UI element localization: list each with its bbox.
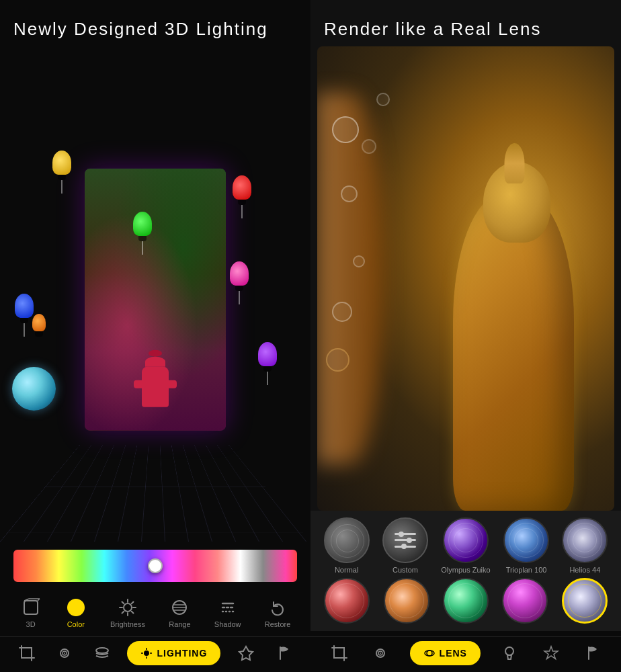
photo-card: [85, 168, 226, 430]
lens-circle-r2-1: [324, 578, 370, 624]
toolbar-restore[interactable]: Restore: [259, 594, 296, 631]
color-icon: [65, 597, 87, 618]
svg-point-35: [505, 647, 513, 655]
bulb-pink: [230, 261, 249, 304]
bokeh-4: [332, 302, 352, 322]
bokeh-7: [376, 93, 390, 106]
bokeh-6: [326, 348, 349, 372]
flag-button-right[interactable]: [580, 641, 604, 665]
bulb-base-green: [138, 236, 147, 241]
3d-sphere: [12, 367, 56, 411]
lens-label: LENS: [440, 648, 467, 659]
bulb-button-right[interactable]: [497, 641, 522, 665]
right-panel: Render like a Real Lens: [310, 0, 621, 672]
toolbar-color-label: Color: [67, 620, 85, 628]
lens-custom-label: Custom: [392, 566, 418, 574]
toolbar-right: LENS: [310, 631, 621, 672]
svg-point-33: [425, 650, 434, 656]
bulb-base-pink: [235, 286, 243, 291]
r2-4-ring: [507, 583, 542, 618]
pin-button-left[interactable]: [234, 641, 258, 665]
spectrum-bar[interactable]: [13, 550, 297, 582]
toolbar-color[interactable]: Color: [60, 594, 92, 631]
crop-button-left[interactable]: [15, 641, 39, 665]
lens-r2-2[interactable]: [384, 578, 429, 624]
camera-button-left[interactable]: [52, 641, 77, 665]
3d-scene: [0, 46, 310, 542]
left-panel: Newly Designed 3D Lighting: [0, 0, 310, 672]
hydrant-body: [142, 366, 169, 407]
lens-circle-r2-4: [502, 578, 548, 624]
toolbar-brightness-label: Brightness: [110, 620, 145, 628]
svg-point-25: [144, 650, 149, 656]
spectrum-handle[interactable]: [148, 558, 163, 573]
bulb-head-yellow: [52, 151, 71, 175]
svg-point-5: [124, 603, 132, 612]
lens-circle-olympus: [443, 517, 489, 563]
layers-button-left[interactable]: [90, 641, 114, 665]
bulb-blue: [15, 294, 34, 337]
eq-line-1: [395, 533, 416, 535]
bulb-string-red: [241, 205, 243, 218]
lighting-pill-button[interactable]: LIGHTING: [127, 641, 220, 665]
flag-button-left[interactable]: [272, 641, 296, 665]
toolbar-range-label: Range: [169, 620, 190, 628]
bulb-head-blue: [15, 294, 34, 318]
bulb-head-pink: [230, 261, 249, 286]
hydrant-top: [145, 356, 165, 366]
lens-row-1: Normal: [317, 517, 614, 574]
lens-r2-5[interactable]: [562, 578, 608, 624]
bokeh-overlay: [317, 46, 614, 511]
svg-line-11: [132, 612, 134, 614]
lens-normal[interactable]: Normal: [324, 517, 370, 574]
lens-r2-3[interactable]: [443, 578, 489, 624]
lens-helios44[interactable]: Helios 44: [562, 517, 608, 574]
lens-pill-button[interactable]: LENS: [410, 641, 481, 665]
bulb-purple: [258, 342, 277, 385]
toolbar-shadow[interactable]: Shadow: [209, 594, 247, 631]
lens-r2-1[interactable]: [324, 578, 370, 624]
bulb-base-blue: [20, 318, 28, 323]
eq-knob-2: [407, 538, 412, 543]
svg-point-24: [96, 648, 108, 653]
hydrant: [138, 349, 172, 410]
r2-5-ring: [568, 584, 602, 618]
grid-floor: [0, 445, 310, 542]
lens-custom[interactable]: Custom: [382, 517, 428, 574]
bottom-bar-right: LENS: [310, 636, 621, 669]
lens-circle-custom: [382, 517, 428, 563]
lens-ring-2: [336, 530, 359, 552]
trioplan-ring-2: [514, 528, 538, 552]
star-button-right[interactable]: [539, 641, 563, 665]
toolbar-brightness[interactable]: Brightness: [105, 594, 151, 631]
eq-knob-3: [401, 544, 407, 549]
lens-olympus[interactable]: Olympus Zuiko: [441, 517, 490, 574]
toolbar-3d[interactable]: 3D: [15, 594, 47, 631]
bulb-string-yellow: [61, 180, 63, 194]
svg-point-32: [380, 653, 381, 654]
lens-circle-r2-5: [562, 578, 608, 624]
bulb-base-purple: [263, 366, 272, 372]
lens-circle-r2-3: [443, 578, 489, 624]
bulb-base-red: [238, 200, 246, 205]
eq-line-2: [395, 539, 416, 541]
toolbar-range[interactable]: Range: [163, 594, 196, 631]
camera-button-right[interactable]: [368, 641, 392, 665]
lens-circle-trioplan: [503, 517, 549, 563]
lens-row-2: [317, 578, 614, 624]
bokeh-3: [353, 255, 365, 267]
bulb-orange: [32, 314, 46, 337]
bokeh-2: [341, 185, 358, 202]
eq-line-3: [395, 546, 416, 548]
svg-line-13: [122, 612, 124, 614]
lens-r2-4[interactable]: [502, 578, 548, 624]
bulb-string-green: [142, 241, 143, 255]
lens-circle-r2-2: [384, 578, 429, 624]
right-title: Render like a Real Lens: [310, 0, 621, 46]
shadow-icon: [217, 597, 239, 618]
bulb-head-red: [233, 175, 251, 200]
lens-trioplan[interactable]: Trioplan 100: [503, 517, 549, 574]
toolbar-3d-label: 3D: [26, 620, 36, 628]
crop-button-right[interactable]: [327, 641, 351, 665]
eq-icon: [394, 531, 417, 550]
